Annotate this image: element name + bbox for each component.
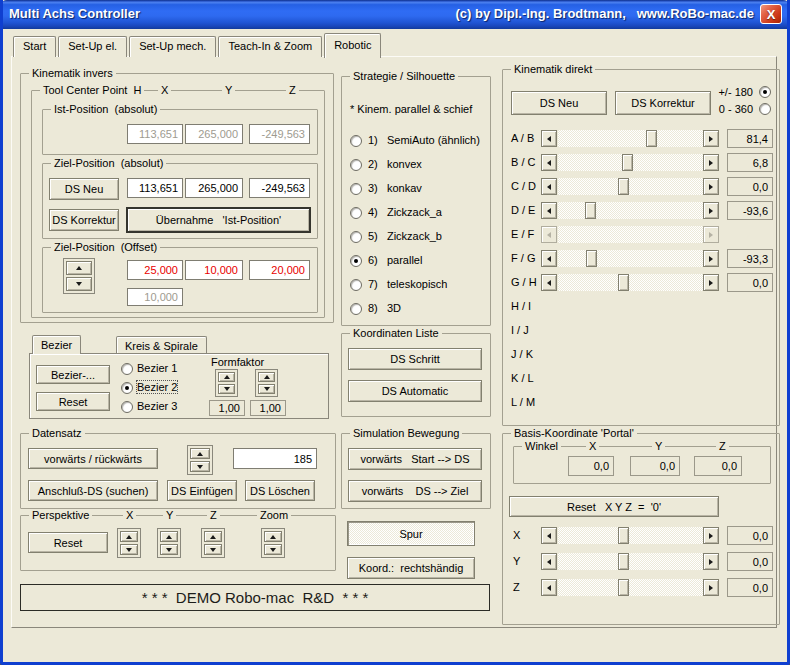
perspektive-zoom-up-button[interactable] (264, 531, 282, 542)
basis-y-left-arrow[interactable] (541, 553, 557, 570)
basis-x-slider[interactable] (558, 527, 703, 544)
axis-de-right-arrow[interactable] (703, 202, 719, 219)
offset-z-field[interactable]: 20,000 (249, 260, 310, 280)
basis-x-left-arrow[interactable] (541, 527, 557, 544)
strategie-option4-radio[interactable] (350, 207, 362, 219)
offset-spinner[interactable] (63, 258, 95, 294)
formfaktor2-spinner[interactable] (255, 369, 278, 397)
bezier1-radio[interactable] (121, 363, 133, 375)
basis-x-right-arrow[interactable] (703, 527, 719, 544)
bezier-reset-button[interactable]: Reset (36, 392, 110, 411)
vorwaerts-rueckwaerts-button[interactable]: vorwärts / rückwärts (28, 448, 158, 469)
formfaktor1-down-button[interactable] (218, 384, 235, 394)
tab-setup-el[interactable]: Set-Up el. (58, 36, 127, 57)
axis-de-slider-thumb[interactable] (585, 202, 596, 219)
bezier-dots-button[interactable]: Bezier-... (36, 365, 110, 384)
datensatz-spin-up-button[interactable] (190, 448, 210, 459)
perspektive-x-up-button[interactable] (120, 531, 138, 542)
perspektive-x-spinner[interactable] (117, 528, 141, 558)
close-button[interactable]: X (760, 4, 782, 24)
basis-z-right-arrow[interactable] (703, 579, 719, 596)
reset-xyz-button[interactable]: Reset X Y Z = '0' (509, 496, 719, 517)
axis-fg-right-arrow[interactable] (703, 250, 719, 267)
spur-toggle-button[interactable]: Spur (347, 521, 475, 546)
strategie-option8-radio[interactable] (350, 303, 362, 315)
basis-z-left-arrow[interactable] (541, 579, 557, 596)
perspektive-reset-button[interactable]: Reset (28, 532, 108, 553)
axis-cd-slider[interactable] (558, 178, 703, 195)
range-360-radio[interactable] (759, 103, 771, 115)
axis-ab-slider-thumb[interactable] (646, 130, 657, 147)
kd-ds-neu-button[interactable]: DS Neu (511, 91, 607, 115)
axis-ab-right-arrow[interactable] (703, 130, 719, 147)
offset-spin-up-button[interactable] (66, 261, 92, 275)
tab-start[interactable]: Start (13, 36, 56, 57)
perspektive-zoom-down-button[interactable] (264, 544, 282, 555)
axis-fg-slider-thumb[interactable] (586, 250, 597, 267)
ds-korrektur-button[interactable]: DS Korrektur (49, 209, 119, 231)
koord-rechtshaendig-button[interactable]: Koord.: rechtshändig (347, 557, 475, 579)
bezier-tab[interactable]: Bezier (32, 335, 81, 354)
perspektive-x-down-button[interactable] (120, 544, 138, 555)
axis-de-slider[interactable] (558, 202, 703, 219)
datensatz-spin-down-button[interactable] (190, 461, 210, 472)
basis-z-slider-thumb[interactable] (618, 579, 629, 596)
axis-cd-left-arrow[interactable] (541, 178, 557, 195)
ziel-y-field[interactable]: 265,000 (185, 178, 243, 198)
perspektive-z-up-button[interactable] (204, 531, 222, 542)
perspektive-y-spinner[interactable] (157, 528, 181, 558)
axis-ab-left-arrow[interactable] (541, 130, 557, 147)
ziel-x-field[interactable]: 113,651 (127, 178, 183, 198)
anschluss-ds-button[interactable]: Anschluß-DS (suchen) (28, 480, 158, 501)
ds-automatic-button[interactable]: DS Automatic (348, 380, 482, 402)
kd-ds-korrektur-button[interactable]: DS Korrektur (615, 91, 711, 115)
bezier2-radio[interactable] (121, 382, 133, 394)
bezier3-radio[interactable] (121, 401, 133, 413)
basis-y-slider-thumb[interactable] (618, 553, 629, 570)
strategie-option5-radio[interactable] (350, 231, 362, 243)
axis-gh-slider-thumb[interactable] (618, 274, 629, 291)
ds-schritt-button[interactable]: DS Schritt (348, 348, 482, 370)
axis-gh-right-arrow[interactable] (703, 274, 719, 291)
formfaktor1-up-button[interactable] (218, 372, 235, 382)
vorwaerts-start-ds-button[interactable]: vorwärts Start --> DS (348, 448, 482, 470)
strategie-option1-radio[interactable] (350, 135, 362, 147)
perspektive-y-up-button[interactable] (160, 531, 178, 542)
axis-fg-slider[interactable] (558, 250, 703, 267)
tab-setup-mech[interactable]: Set-Up mech. (129, 36, 216, 57)
axis-cd-slider-thumb[interactable] (618, 178, 629, 195)
axis-bc-left-arrow[interactable] (541, 154, 557, 171)
axis-cd-right-arrow[interactable] (703, 178, 719, 195)
vorwaerts-ds-ziel-button[interactable]: vorwärts DS --> Ziel (348, 480, 482, 502)
formfaktor2-down-button[interactable] (258, 384, 275, 394)
offset-x-field[interactable]: 25,000 (127, 260, 183, 280)
formfaktor1-spinner[interactable] (215, 369, 238, 397)
axis-gh-slider[interactable] (558, 274, 703, 291)
strategie-option6-radio[interactable] (350, 255, 362, 267)
basis-y-slider[interactable] (558, 553, 703, 570)
range-180-radio[interactable] (759, 86, 771, 98)
axis-bc-slider[interactable] (558, 154, 703, 171)
axis-bc-right-arrow[interactable] (703, 154, 719, 171)
offset-spin-down-button[interactable] (66, 277, 92, 291)
axis-fg-left-arrow[interactable] (541, 250, 557, 267)
basis-z-slider[interactable] (558, 579, 703, 596)
strategie-option2-radio[interactable] (350, 159, 362, 171)
basis-x-slider-thumb[interactable] (618, 527, 629, 544)
ds-einfuegen-button[interactable]: DS Einfügen (167, 480, 237, 501)
perspektive-z-spinner[interactable] (201, 528, 225, 558)
formfaktor2-up-button[interactable] (258, 372, 275, 382)
axis-ab-slider[interactable] (558, 130, 703, 147)
strategie-option7-radio[interactable] (350, 279, 362, 291)
perspektive-zoom-spinner[interactable] (261, 528, 285, 558)
datensatz-spinner[interactable] (187, 445, 213, 475)
offset-y-field[interactable]: 10,000 (185, 260, 243, 280)
ds-neu-button[interactable]: DS Neu (49, 178, 119, 200)
perspektive-y-down-button[interactable] (160, 544, 178, 555)
ziel-z-field[interactable]: -249,563 (249, 178, 310, 198)
axis-gh-left-arrow[interactable] (541, 274, 557, 291)
basis-y-right-arrow[interactable] (703, 553, 719, 570)
perspektive-z-down-button[interactable] (204, 544, 222, 555)
tab-teachin-zoom[interactable]: Teach-In & Zoom (218, 36, 322, 57)
datensatz-number-field[interactable]: 185 (233, 448, 317, 469)
